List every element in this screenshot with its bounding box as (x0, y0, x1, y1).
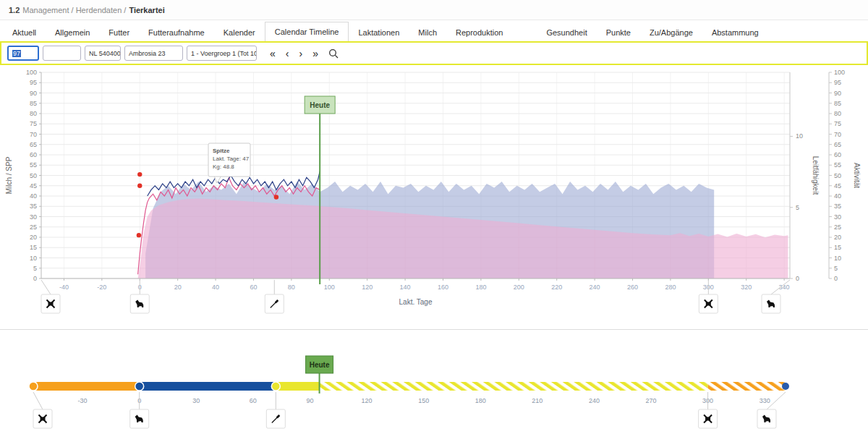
y-right1-title: Leitfähigkeit (812, 156, 820, 195)
svg-text:15: 15 (30, 244, 37, 251)
insemination-marker (271, 382, 280, 391)
cow-cross-event-button[interactable] (699, 409, 718, 428)
main-chart-svg: 0510152025303540455055606570758085909510… (0, 69, 868, 329)
cow-cross-event-button[interactable] (41, 294, 60, 313)
search-button[interactable] (323, 45, 344, 62)
svg-text:330: 330 (760, 397, 770, 404)
svg-text:0: 0 (834, 275, 838, 282)
tab-allgemein[interactable]: Allgemein (46, 23, 99, 41)
first-record-button[interactable]: « (265, 45, 281, 62)
cow-event-button[interactable] (130, 409, 149, 428)
svg-text:Heute: Heute (310, 101, 330, 109)
svg-text:50: 50 (834, 172, 841, 179)
svg-text:240: 240 (589, 397, 600, 404)
animal-toolbar: 97 NL 540400973 Ambrosia 23 1 - Voergroe… (0, 41, 868, 65)
previous-record-button[interactable]: ‹ (281, 45, 294, 62)
svg-text:45: 45 (834, 182, 841, 190)
tab-futteraufnahme[interactable]: Futteraufnahme (139, 23, 214, 41)
event-leader-line (33, 392, 43, 409)
cow-event-button[interactable] (130, 294, 149, 313)
y-left-title: Milch / SPP (5, 156, 13, 194)
svg-text:Lakt. Tage: 47: Lakt. Tage: 47 (213, 156, 250, 162)
animal-number-input[interactable]: 97 (7, 46, 39, 61)
svg-text:60: 60 (30, 151, 37, 158)
svg-text:Spitze: Spitze (213, 148, 230, 154)
cow-event-button[interactable] (757, 409, 776, 428)
svg-text:35: 35 (30, 203, 37, 210)
svg-text:320: 320 (741, 284, 752, 291)
measurement-dots (137, 233, 141, 237)
tab-futter[interactable]: Futter (99, 23, 139, 41)
svg-text:50: 50 (30, 172, 37, 179)
dry-period-segment (33, 382, 144, 391)
tab-milch[interactable]: Milch (409, 23, 446, 41)
breadcrumb: 1.2 Management / Herdendaten / Tierkarte… (0, 0, 868, 20)
cow-cross-event-button[interactable] (699, 294, 718, 313)
lactation-open-segment (140, 382, 276, 391)
svg-text:210: 210 (532, 397, 542, 404)
animal-name-input[interactable]: Ambrosia 23 (124, 46, 183, 61)
svg-text:30: 30 (30, 213, 37, 221)
breadcrumb-path: Management / Herdendaten / (22, 6, 126, 14)
last-record-button[interactable]: » (307, 45, 323, 62)
svg-text:5: 5 (33, 265, 37, 272)
tab-calendar-timeline[interactable]: Calendar Timeline (265, 22, 349, 41)
svg-text:150: 150 (418, 397, 429, 404)
feed-group-input[interactable]: 1 - Voergroep 1 (Tot 100 (187, 46, 257, 61)
tab-kalender[interactable]: Kalender (214, 23, 265, 41)
feed-group-value: 1 - Voergroep 1 (Tot 100 (191, 50, 257, 57)
event-leader-line (41, 280, 51, 294)
cow-cross-event-button[interactable] (33, 409, 52, 428)
svg-text:40: 40 (834, 192, 841, 200)
svg-text:5: 5 (796, 204, 799, 211)
life-number-input[interactable]: NL 540400973 (85, 46, 121, 61)
svg-text:100: 100 (834, 69, 845, 76)
svg-text:200: 200 (514, 284, 524, 291)
cow-event-button[interactable] (762, 294, 780, 313)
search-icon (328, 48, 339, 59)
animal-name-value: Ambrosia 23 (129, 50, 166, 57)
svg-text:40: 40 (30, 192, 37, 200)
svg-text:95: 95 (30, 79, 37, 86)
svg-text:45: 45 (30, 182, 37, 190)
svg-text:20: 20 (30, 234, 37, 241)
x-axis-title: Lakt. Tage (399, 298, 433, 306)
svg-text:100: 100 (26, 69, 37, 76)
timeline-svg: -300306090120150180210240270300330Heute (0, 330, 868, 434)
svg-text:15: 15 (834, 244, 841, 251)
svg-text:70: 70 (834, 131, 841, 138)
timeline-ticks: -300306090120150180210240270300330 (78, 397, 770, 404)
tab-zu-abg-nge[interactable]: Zu/Abgänge (640, 23, 702, 41)
svg-text:0: 0 (33, 275, 37, 282)
lactation-timeline[interactable]: -300306090120150180210240270300330Heute (0, 330, 868, 434)
timeline-segments (33, 382, 786, 391)
tab-punkte[interactable]: Punkte (597, 23, 640, 41)
svg-text:-40: -40 (59, 284, 69, 291)
svg-text:90: 90 (30, 90, 37, 97)
main-chart[interactable]: 0510152025303540455055606570758085909510… (0, 69, 868, 329)
inseminator-event-button[interactable] (265, 294, 284, 313)
tab-aktuell[interactable]: Aktuell (3, 23, 46, 41)
svg-text:Kg: 48.8: Kg: 48.8 (213, 163, 234, 170)
svg-text:10: 10 (30, 255, 37, 262)
svg-text:120: 120 (362, 397, 373, 404)
svg-text:20: 20 (174, 284, 182, 291)
svg-text:75: 75 (30, 120, 37, 127)
secondary-number-input[interactable] (43, 46, 81, 61)
svg-text:60: 60 (250, 284, 257, 291)
tab-laktationen[interactable]: Laktationen (349, 23, 409, 41)
inseminator-event-button[interactable] (266, 409, 285, 428)
tab-gesundheit[interactable]: Gesundheit (537, 23, 596, 41)
svg-text:20: 20 (834, 234, 841, 241)
y-right2-title: Aktivität (853, 163, 861, 188)
tab-reproduktion[interactable]: Reproduktion (446, 23, 512, 41)
selected-text: 97 (12, 50, 21, 57)
tab-abstammung[interactable]: Abstammung (702, 23, 768, 41)
svg-text:35: 35 (834, 203, 841, 210)
measurement-dots (137, 172, 142, 176)
svg-text:90: 90 (306, 397, 313, 404)
svg-text:60: 60 (250, 397, 257, 404)
svg-text:5: 5 (834, 265, 838, 272)
record-navigation: « ‹ › » (265, 45, 344, 62)
next-record-button[interactable]: › (294, 45, 307, 62)
